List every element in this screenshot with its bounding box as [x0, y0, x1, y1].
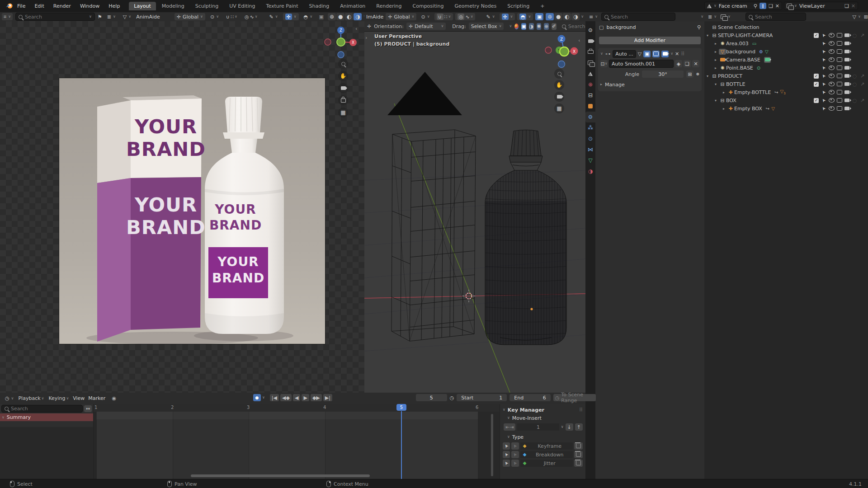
viewport-disable-icon[interactable] — [837, 41, 842, 46]
holdout-icon[interactable]: ◌ — [853, 82, 857, 87]
next-keyframe-button[interactable]: ◆▶ — [311, 394, 322, 401]
vertical-scrollbar[interactable] — [491, 414, 493, 476]
channel-search[interactable] — [1, 405, 83, 413]
outliner-row[interactable]: ▸✚ Empty-BOTTLE ↪ ▽3 ➤ — [704, 88, 868, 96]
camera-view-icon[interactable] — [338, 83, 348, 93]
annotate-tool[interactable]: ✎∨ — [267, 13, 280, 20]
gizmo-toggle[interactable]: ✢∨ — [283, 13, 299, 20]
menu-help[interactable]: Help — [107, 3, 122, 9]
expand-icon[interactable]: ∨ — [600, 52, 603, 56]
outliner-row[interactable]: ▸✚ Empty BOX ↪ ▽ ➤ — [704, 104, 868, 113]
chevron-down-icon[interactable]: ∨ — [561, 425, 564, 429]
holdout-icon[interactable]: ◌ — [853, 74, 857, 79]
hierarchy-filter[interactable]: ≣∨ — [105, 13, 118, 20]
left-search[interactable]: ∨ — [15, 13, 95, 21]
shading-wireframe-icon[interactable]: ⊕ — [328, 13, 336, 20]
delete-modifier-icon[interactable]: ✕ — [675, 52, 679, 56]
camera-view-icon[interactable] — [554, 92, 564, 102]
selectable-icon[interactable]: ➤ — [821, 57, 827, 63]
search-input[interactable] — [611, 14, 672, 20]
cage-toggle-icon[interactable]: ▽ — [638, 52, 642, 56]
view-menu[interactable]: View — [71, 395, 86, 401]
options-chevron-icon[interactable]: ∨ — [701, 15, 703, 19]
render-disable-icon[interactable] — [844, 107, 849, 110]
xray-toggle[interactable]: ▣ — [317, 13, 325, 20]
outliner-row[interactable]: ▾⊟ SETUP-LIGHT-CAMERA ✓ ➤ ◌ ↗ — [704, 31, 868, 39]
editmode-toggle-icon[interactable]: ▣ — [643, 51, 651, 57]
outliner-item-label[interactable]: BOX — [726, 98, 736, 103]
scene-name[interactable]: Face cream — [719, 3, 751, 9]
render-disable-icon[interactable] — [844, 90, 849, 94]
selectable-icon[interactable]: ➤ — [821, 89, 827, 95]
selectable-icon[interactable]: ➤ — [821, 81, 827, 87]
keyframe-type-field[interactable]: ◆ Keyframe — [520, 442, 573, 450]
indirect-only-icon[interactable]: ↗ — [860, 82, 864, 87]
tab-modifiers-icon[interactable]: ⚙ — [585, 112, 595, 122]
lock-view-icon[interactable] — [338, 95, 348, 105]
indirect-only-icon[interactable]: ↗ — [860, 74, 864, 79]
outliner-item-label[interactable]: Empty-BOTTLE — [734, 89, 771, 95]
menu-window[interactable]: Window — [78, 3, 101, 9]
filter-editmode-icon[interactable]: ▣ — [521, 23, 526, 30]
children-badge-icon[interactable]: ▽ — [771, 106, 775, 111]
keying-set-icon[interactable]: ● — [253, 394, 261, 401]
viewport-disable-icon[interactable] — [837, 57, 842, 62]
filter-world-icon[interactable]: ⊕ — [544, 23, 549, 30]
outliner-item-label[interactable]: Empty BOX — [734, 106, 762, 112]
shading-material-icon[interactable]: ◐ — [563, 13, 571, 20]
outliner-row[interactable]: ▾⊟ BOX ✓ ➤ ◌ ↗ — [704, 96, 868, 104]
tab-viewlayer-icon[interactable] — [585, 57, 595, 68]
unlink-icon[interactable]: ✕ — [692, 60, 699, 67]
type-header[interactable]: ∨ Type — [503, 433, 583, 441]
hide-icon[interactable] — [829, 82, 835, 86]
animate-dot-icon[interactable]: ● — [696, 72, 699, 76]
search-input[interactable] — [568, 23, 585, 29]
outliner-row[interactable]: ▸ ▽ background ⚙ ▽ ➤ — [704, 47, 868, 56]
manage-subpanel[interactable]: ▸ Manage — [600, 80, 699, 89]
children-badge-icon[interactable]: ▽3 — [780, 89, 786, 95]
viewport-disable-icon[interactable] — [837, 106, 842, 111]
marker-menu[interactable]: Marker — [86, 395, 107, 401]
expand-icon[interactable]: ▾ — [712, 99, 719, 103]
render-toggle-icon[interactable] — [661, 51, 669, 57]
xray-toggle[interactable]: ▣ — [535, 13, 543, 20]
render-disable-icon[interactable] — [844, 42, 849, 45]
jump-to-start-button[interactable]: |◀ — [270, 394, 279, 401]
hide-icon[interactable] — [829, 41, 835, 46]
hide-icon[interactable] — [829, 66, 835, 70]
proportional-edit[interactable]: ◎∿∨ — [455, 13, 475, 20]
copy-scene-icon[interactable]: ❏ — [769, 4, 773, 9]
hide-icon[interactable] — [829, 33, 835, 38]
render-disable-icon[interactable] — [844, 99, 849, 102]
outliner-row[interactable]: ⊟ Scene Collection — [704, 23, 868, 31]
tab-tool-icon[interactable]: ⚙ — [585, 25, 595, 36]
snap-controls[interactable]: ∪∷∨ — [434, 13, 453, 20]
extras-chevron-icon[interactable]: ∨ — [670, 52, 673, 56]
modifier-badge-icon[interactable]: ⚙ — [759, 49, 763, 54]
outliner-item-label[interactable]: BOTTLE — [726, 81, 745, 87]
gizmo-toggle[interactable]: ✢∨ — [500, 13, 515, 20]
tab-sculpting[interactable]: Sculpting — [190, 2, 223, 10]
display-mode-selector[interactable]: ∨ — [720, 13, 731, 20]
selectable-icon[interactable]: ➤ — [821, 106, 827, 112]
frame-ruler[interactable]: 1 2 3 4 6 — [93, 404, 500, 412]
expand-icon[interactable]: ▸ — [712, 58, 719, 62]
delete-scene-icon[interactable]: ✕ — [775, 4, 779, 9]
viewport-disable-icon[interactable] — [837, 82, 842, 86]
expand-icon[interactable]: ▸ — [721, 107, 727, 111]
tab-rendering[interactable]: Rendering — [371, 2, 406, 10]
pin-icon[interactable]: ⚲ — [697, 25, 701, 30]
constraint-badge-icon[interactable]: ↪ — [774, 90, 778, 95]
expand-icon[interactable]: ▸ — [712, 42, 719, 46]
tab-particles-icon[interactable]: ⁂ — [585, 122, 595, 133]
perspective-toggle-icon[interactable]: ▦ — [554, 103, 564, 113]
outliner-search[interactable] — [745, 13, 806, 21]
zoom-icon[interactable] — [554, 69, 564, 79]
outliner-item-label[interactable]: Area.003 — [726, 41, 749, 47]
insert-down-button[interactable]: ↓ — [566, 423, 573, 431]
properties-search[interactable] — [601, 13, 675, 21]
animaide-label-clipped[interactable]: ImAide — [366, 14, 383, 20]
selectable-icon[interactable]: ➤ — [821, 33, 827, 38]
tab-constraints-icon[interactable]: ⋈ — [585, 144, 595, 155]
tab-render-icon[interactable] — [585, 36, 595, 47]
